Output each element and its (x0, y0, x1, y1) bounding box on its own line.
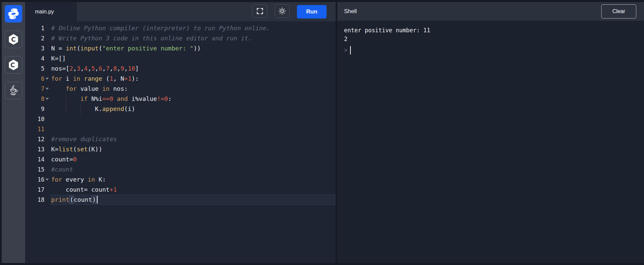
python-icon (7, 7, 20, 20)
code-text: for every in K: (50, 175, 336, 185)
code-line[interactable]: 18print(count) (26, 195, 336, 205)
token-pl: value (77, 85, 102, 92)
token-pl: , (88, 65, 91, 72)
code-line[interactable]: 8 if N%i==0 and i%value!=0: (26, 94, 336, 104)
tab-main-py[interactable]: main.py (26, 2, 77, 21)
token-pl: N%i (88, 95, 102, 102)
shell-cursor (350, 46, 351, 54)
token-kw: in (102, 85, 110, 92)
java-icon (7, 84, 20, 97)
fold-toggle-icon[interactable] (45, 78, 49, 80)
token-kw: for (51, 176, 62, 183)
indent-guide (66, 104, 66, 114)
code-line[interactable]: 13K=list(set(K)) (26, 144, 336, 154)
token-com: #count (51, 166, 73, 173)
token-pl: nos=[ (51, 65, 69, 72)
shell-prompt-row[interactable]: > (344, 45, 644, 55)
sidebar-item-cpp[interactable]: C (5, 56, 22, 74)
line-number: 10 (38, 114, 44, 124)
code-line[interactable]: 12#remove duplicates (26, 134, 336, 144)
token-pl: , N (113, 75, 124, 82)
language-sidebar: C C (2, 2, 25, 263)
editor-tabbar: main.py Run (26, 2, 336, 21)
token-pl: ( (102, 75, 110, 82)
code-line[interactable]: 7 for value in nos: (26, 84, 336, 94)
line-number: 12 (38, 134, 44, 144)
token-kw: print (51, 196, 69, 203)
code-text: #remove duplicates (50, 134, 336, 144)
gutter-cell: 3 (26, 43, 50, 53)
token-op: == (102, 95, 110, 102)
code-text (50, 124, 336, 134)
line-number: 4 (41, 53, 44, 64)
code-text: count=0 (50, 154, 336, 164)
token-num: 1 (109, 75, 113, 82)
shell-output[interactable]: enter positive number: 112 > (337, 21, 644, 263)
sidebar-item-python[interactable] (5, 5, 22, 23)
code-line[interactable]: 6for i in range (1, N+1): (26, 74, 336, 84)
code-line[interactable]: 9 K.append(i) (26, 104, 336, 114)
fold-slot (44, 23, 50, 33)
shell-lines: enter positive number: 112 (344, 26, 644, 43)
sidebar-item-c[interactable]: C (5, 31, 22, 48)
gutter-cell: 8 (26, 94, 50, 104)
token-pl: ( (99, 45, 102, 52)
gutter-cell: 4 (26, 53, 50, 64)
token-pl: : (168, 95, 172, 102)
code-line[interactable]: 14count=0 (26, 154, 336, 164)
token-pl: i (62, 75, 73, 82)
gutter-cell: 2 (26, 33, 50, 43)
token-pl (113, 95, 117, 102)
fold-toggle-icon[interactable] (45, 98, 49, 100)
token-kw: in (88, 176, 95, 183)
code-text: #count (50, 164, 336, 175)
theme-toggle-button[interactable] (275, 4, 290, 18)
editor-panel: main.py Run (26, 2, 336, 263)
gutter-cell: 13 (26, 144, 50, 154)
line-number: 9 (41, 104, 44, 114)
code-text: # Write Python 3 code in this online edi… (50, 33, 336, 43)
code-line[interactable]: 2# Write Python 3 code in this online ed… (26, 33, 336, 43)
run-button[interactable]: Run (297, 5, 327, 18)
code-line[interactable]: 1# Online Python compiler (interpreter) … (26, 23, 336, 33)
fold-slot (44, 195, 50, 205)
clear-button[interactable]: Clear (601, 4, 636, 18)
code-editor[interactable]: 1# Online Python compiler (interpreter) … (26, 21, 336, 263)
fold-slot (44, 74, 50, 84)
shell-output-line: 2 (344, 35, 644, 43)
code-text: N = int(input("enter positive number: ")… (50, 43, 336, 53)
sidebar-item-java[interactable] (5, 82, 22, 99)
fold-toggle-icon[interactable] (45, 179, 49, 181)
shell-title: Shell (344, 8, 357, 15)
code-line[interactable]: 5nos=[2,3,4,5,6,7,8,9,10] (26, 64, 336, 74)
code-line[interactable]: 3N = int(input("enter positive number: "… (26, 43, 336, 53)
code-text: K.append(i) (50, 104, 336, 114)
svg-text:C: C (11, 36, 16, 43)
indent-guide (66, 94, 66, 104)
online-compiler-app: C C (0, 0, 644, 265)
code-line[interactable]: 4K=[] (26, 53, 336, 64)
fold-toggle-icon[interactable] (45, 88, 49, 90)
fold-slot (44, 124, 50, 134)
token-pl: K. (51, 105, 102, 112)
line-number: 17 (38, 185, 44, 195)
brightness-icon (278, 7, 286, 15)
token-num: 4 (84, 65, 88, 72)
code-line[interactable]: 15#count (26, 164, 336, 175)
shell-header: Shell Clear (337, 2, 644, 21)
fullscreen-button[interactable] (252, 4, 267, 18)
code-line[interactable]: 10 (26, 114, 336, 124)
token-pl: ( (73, 146, 77, 153)
line-number: 18 (38, 195, 44, 205)
gutter-cell: 17 (26, 185, 50, 195)
line-number: 5 (41, 64, 44, 74)
code-line[interactable]: 11 (26, 124, 336, 134)
code-line[interactable]: 17 count= count+1 (26, 185, 336, 195)
token-num: 1 (113, 186, 117, 193)
gutter-cell: 7 (26, 84, 50, 94)
code-line[interactable]: 16for every in K: (26, 175, 336, 185)
fold-slot (44, 154, 50, 164)
fold-slot (44, 185, 50, 195)
token-kw: for (66, 85, 77, 92)
token-pl: K=[] (51, 55, 66, 62)
